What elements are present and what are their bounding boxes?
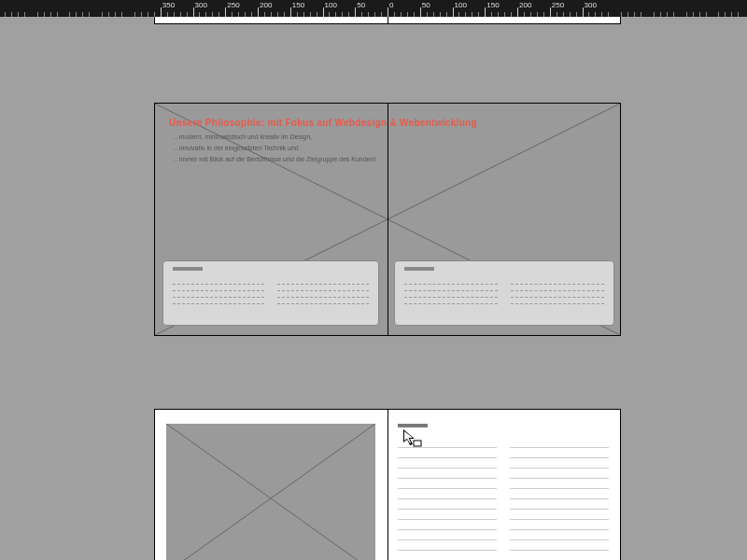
horizontal-ruler[interactable]: 35030025020015010050050100150200250300 (0, 0, 747, 17)
heading-placeholder-chip (404, 267, 434, 271)
spread-bottom[interactable] (154, 409, 621, 560)
page-spine (388, 410, 388, 560)
page-spine (388, 17, 388, 23)
document-canvas[interactable]: Unsere Philosophie: mit Fokus auf Webdes… (0, 17, 747, 560)
bullet-item: innovativ in der eingesetzten Technik un… (174, 143, 375, 154)
frame-diagonals (166, 424, 375, 560)
heading-placeholder-chip (398, 424, 428, 427)
spread-middle[interactable]: Unsere Philosophie: mit Fokus auf Webdes… (154, 103, 621, 336)
headline-text[interactable]: Unsere Philosophie: mit Fokus auf Webdes… (169, 118, 477, 128)
text-column (510, 438, 609, 560)
bullet-item: immer mit Blick auf die Bedürfnisse und … (174, 154, 375, 165)
page-spine (388, 104, 388, 335)
svg-line-3 (166, 424, 375, 560)
heading-placeholder-chip (173, 267, 203, 271)
text-columns-right[interactable] (398, 438, 609, 560)
bullet-list[interactable]: modern, minimalistisch und kreativ im De… (174, 132, 375, 165)
text-column (398, 438, 497, 560)
svg-line-2 (166, 424, 375, 560)
bullet-item: modern, minimalistisch und kreativ im De… (174, 132, 375, 143)
caption-card-left[interactable] (162, 260, 379, 326)
caption-card-right[interactable] (394, 260, 614, 326)
image-frame-placeholder[interactable] (166, 424, 375, 560)
spread-previous-edge (154, 17, 621, 24)
